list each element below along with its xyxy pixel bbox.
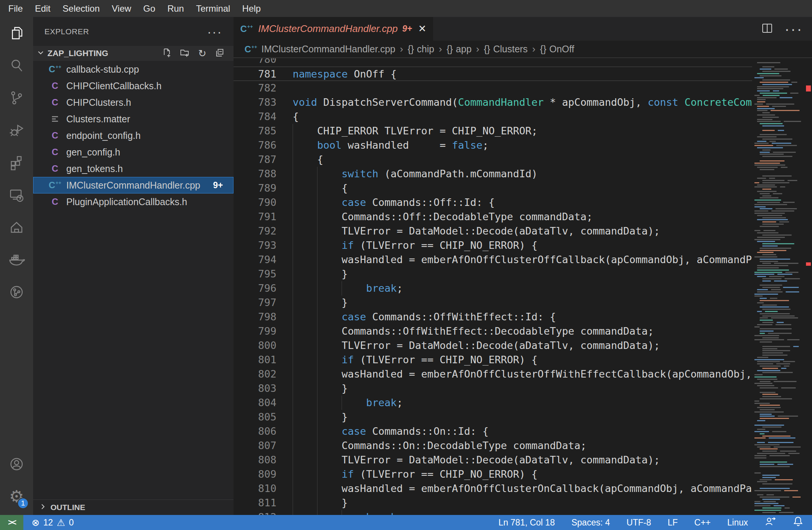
minimap-line	[757, 363, 773, 364]
menu-file[interactable]: File	[2, 3, 29, 14]
account-icon[interactable]	[0, 448, 33, 480]
git-graph-icon[interactable]	[0, 276, 33, 308]
collapse-folders-icon[interactable]	[215, 48, 224, 59]
file-item-Clusters.matter[interactable]: Clusters.matter	[33, 111, 234, 127]
minimap-line	[760, 392, 775, 393]
explorer-more-actions-icon[interactable]: ···	[207, 30, 222, 34]
remote-indicator[interactable]: ><	[0, 515, 23, 530]
minimap-line	[754, 501, 760, 502]
tab-imclustercommandhandler[interactable]: C++ IMClusterCommandHandler.cpp 9+ ✕	[234, 17, 433, 41]
menu-go[interactable]: Go	[137, 3, 161, 14]
minimap-line	[762, 337, 779, 338]
menu-view[interactable]: View	[106, 3, 137, 14]
menu-selection[interactable]: Selection	[56, 3, 106, 14]
file-item-gen_config.h[interactable]: Cgen_config.h	[33, 144, 234, 160]
indent-guide	[317, 338, 317, 353]
minimap-line	[754, 425, 784, 426]
minimap-line	[774, 263, 798, 264]
split-editor-icon[interactable]	[761, 22, 773, 36]
home-icon[interactable]	[0, 211, 33, 244]
explorer-icon[interactable]	[0, 17, 33, 49]
minimap-line	[760, 409, 775, 410]
code-line-808: 808 TLVError = DataModel::Decode(aDataTl…	[234, 453, 752, 467]
menu-edit[interactable]: Edit	[29, 3, 56, 14]
minimap-line	[754, 210, 768, 212]
file-item-CHIPClientCallbacks.h[interactable]: CCHIPClientCallbacks.h	[33, 78, 234, 94]
refresh-icon[interactable]: ↻	[198, 49, 206, 58]
breadcrumb-onoff[interactable]: {}OnOff	[540, 44, 574, 55]
indent-guide	[293, 295, 293, 310]
breadcrumb-clusters[interactable]: {}Clusters	[484, 44, 528, 55]
minimap-line	[762, 189, 771, 190]
settings-gear-icon[interactable]: ⚙1	[0, 480, 33, 513]
status-cursor-position[interactable]: Ln 781, Col 18	[499, 518, 555, 528]
status-encoding[interactable]: UTF-8	[627, 518, 651, 528]
breadcrumb-file[interactable]: C++ IMClusterCommandHandler.cpp	[244, 44, 395, 55]
feedback-icon[interactable]	[765, 516, 776, 529]
notifications-bell-icon[interactable]	[792, 516, 804, 529]
close-tab-icon[interactable]: ✕	[418, 23, 426, 35]
breadcrumb-separator: ›	[476, 43, 479, 55]
status-indentation[interactable]: Spaces: 4	[571, 518, 610, 528]
run-debug-icon[interactable]	[0, 114, 33, 146]
overview-ruler[interactable]	[803, 58, 812, 515]
status-eol[interactable]: LF	[668, 518, 678, 528]
source-control-icon[interactable]	[0, 82, 33, 114]
status-os[interactable]: Linux	[727, 518, 748, 528]
vscode-window: FileEditSelectionViewGoRunTerminalHelp ⚙…	[0, 0, 812, 530]
minimap-line	[774, 280, 787, 282]
indent-guide	[342, 281, 342, 295]
code-editor[interactable]: 780781namespace OnOff {782783void Dispat…	[234, 58, 752, 515]
menu-help[interactable]: Help	[236, 3, 267, 14]
new-folder-icon[interactable]	[180, 48, 190, 59]
minimap-line	[765, 311, 778, 312]
error-icon: ⊗	[32, 517, 40, 528]
explorer-header: EXPLORER ···	[33, 17, 234, 46]
search-icon[interactable]	[0, 49, 33, 82]
indent-guide	[293, 481, 293, 496]
minimap-line	[762, 217, 786, 218]
minimap-line	[788, 180, 798, 181]
code-line-792: 792 TLVError = DataModel::Decode(aDataTl…	[234, 224, 752, 238]
minimap-line	[773, 152, 796, 153]
indent-guide	[293, 253, 293, 267]
breadcrumb-app[interactable]: {}app	[447, 44, 472, 55]
file-item-callback-stub.cpp[interactable]: C++callback-stub.cpp	[33, 61, 234, 78]
minimap-line	[754, 274, 774, 275]
outline-section-header[interactable]: OUTLINE	[33, 500, 234, 515]
file-item-endpoint_config.h[interactable]: Cendpoint_config.h	[33, 127, 234, 144]
new-file-icon[interactable]	[162, 48, 172, 59]
breadcrumb-chip[interactable]: {}chip	[408, 44, 434, 55]
more-actions-icon[interactable]: ···	[785, 26, 803, 32]
indent-guide	[293, 424, 293, 439]
folder-section-header[interactable]: ZAP_LIGHTING ↻	[33, 46, 234, 61]
line-number: 786	[234, 138, 276, 152]
minimap[interactable]	[752, 58, 803, 515]
extensions-icon[interactable]	[0, 146, 33, 179]
file-item-PluginApplicationCallbacks.h[interactable]: CPluginApplicationCallbacks.h	[33, 193, 234, 210]
remote-explorer-icon[interactable]	[0, 179, 33, 211]
minimap-line	[757, 446, 771, 448]
minimap-line	[762, 280, 771, 282]
code-line-791: 791 Commands::Off::DecodableType command…	[234, 210, 752, 224]
header-file-icon: C	[48, 130, 62, 141]
file-item-CHIPClusters.h[interactable]: CCHIPClusters.h	[33, 94, 234, 111]
indent-guide	[293, 496, 293, 510]
minimap-line	[771, 317, 798, 318]
menu-run[interactable]: Run	[161, 3, 190, 14]
file-item-gen_tokens.h[interactable]: Cgen_tokens.h	[33, 160, 234, 177]
settings-badge: 1	[17, 498, 29, 509]
minimap-line	[754, 164, 785, 166]
docker-icon[interactable]	[0, 244, 33, 276]
tab-bar: C++ IMClusterCommandHandler.cpp 9+ ✕ ···	[234, 17, 812, 41]
minimap-line	[762, 396, 781, 397]
menu-terminal[interactable]: Terminal	[190, 3, 236, 14]
indent-guide	[293, 281, 293, 295]
minimap-line	[754, 490, 781, 491]
status-language-mode[interactable]: C++	[694, 518, 711, 528]
problems-status[interactable]: ⊗ 12 ⚠ 0	[32, 517, 74, 528]
code-line-793: 793 if (TLVError == CHIP_NO_ERROR) {	[234, 238, 752, 253]
code-line-810: 810 wasHandled = emberAfOnOffClusterOnCa…	[234, 481, 752, 496]
file-item-IMClusterCommandHandler.cpp[interactable]: C++IMClusterCommandHandler.cpp9+	[33, 177, 234, 193]
minimap-line	[760, 366, 781, 367]
